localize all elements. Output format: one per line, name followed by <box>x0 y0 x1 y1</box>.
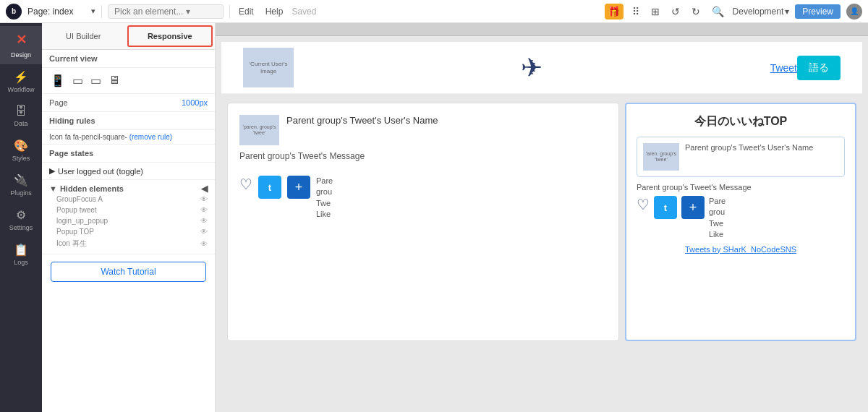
plane-icon: ✈ <box>521 53 542 83</box>
right-group-line1: Pare <box>709 197 726 205</box>
hidden-eye-icon-4[interactable]: 👁 <box>200 228 208 236</box>
icon-rule-label: Icon fa fa-pencil-square- <box>49 133 127 141</box>
sidebar-item-logs-label: Logs <box>14 259 28 266</box>
group-text-line3: Twe <box>316 199 331 207</box>
right-group-line4: Like <box>709 230 723 239</box>
hidden-el-popuptweet: Popup tweet <box>56 206 97 214</box>
user-image-label: 'Current User's Image <box>243 61 294 74</box>
columns-icon-button[interactable]: ⊞ <box>648 6 663 17</box>
sidebar-item-plugins[interactable]: 🔌 Plugins <box>0 168 42 202</box>
remove-rule-link[interactable]: (remove rule) <box>129 133 172 141</box>
panel-collapse-btn[interactable]: ◀ <box>201 184 208 194</box>
right-tweet-user-name: Parent group's Tweet's User's Name <box>685 143 813 152</box>
list-item: Popup TOP 👁 <box>49 226 208 237</box>
card-right-inner: 'aren. group's 'twee' Parent group's Twe… <box>637 137 845 177</box>
right-plus-icon: + <box>689 200 697 215</box>
development-button[interactable]: Development ▾ <box>733 7 790 17</box>
user-logged-toggle[interactable]: ▶ User logged out (toggle) <box>42 163 215 180</box>
right-add-button[interactable]: + <box>681 196 705 219</box>
tablet-landscape-icon[interactable]: ▭ <box>89 72 103 89</box>
tweet-link[interactable]: Tweet <box>770 62 797 74</box>
right-tweet-group-text: Pare grou Twe Like <box>709 196 726 241</box>
pick-element-selector[interactable]: Pick an element... ▾ <box>108 4 224 19</box>
styles-icon: 🎨 <box>14 139 28 153</box>
list-item: Popup tweet 👁 <box>49 205 208 215</box>
hidden-el-popuptop: Popup TOP <box>56 228 94 236</box>
sidebar-item-data[interactable]: 🗄 Data <box>0 99 42 133</box>
workflow-icon: ⚡ <box>14 70 28 84</box>
hidden-elements-label: Hidden elements <box>60 184 124 193</box>
panel-tabs: UI Builder Responsive <box>42 23 215 50</box>
card-inner-thumb: 'aren. group's 'twee' <box>643 143 679 171</box>
hidden-el-iconplay: Icon 再生 <box>56 239 87 249</box>
settings-icon: ⚙ <box>16 208 26 222</box>
hidden-eye-icon-2[interactable]: 👁 <box>200 206 208 214</box>
data-icon: 🗄 <box>15 105 27 118</box>
undo-button[interactable]: ↺ <box>668 6 683 17</box>
page-title: Page: index <box>27 7 85 17</box>
mobile-icon[interactable]: 📱 <box>49 72 67 89</box>
page-header: 'Current User's Image ✈ Tweet 語る <box>221 42 862 94</box>
preview-button[interactable]: Preview <box>795 4 841 19</box>
desktop-icon[interactable]: 🖥 <box>107 72 122 89</box>
sidebar-item-settings[interactable]: ⚙ Settings <box>0 202 42 237</box>
plus-icon: + <box>295 180 303 195</box>
sidebar-item-workflow[interactable]: ⚡ Workflow <box>0 64 42 99</box>
sidebar-item-styles[interactable]: 🎨 Styles <box>0 133 42 168</box>
right-like-icon[interactable]: ♡ <box>637 196 650 213</box>
tweet-user-name: Parent group's Tweet's User's Name <box>286 115 438 126</box>
page-states-title: Page states <box>42 145 215 163</box>
sidebar-item-design[interactable]: ✕ Design <box>0 26 42 64</box>
twitter-icon: t <box>268 182 271 193</box>
right-top-likes-card: 今日のいいねTOP 'aren. group's 'twee' Parent g… <box>625 103 856 341</box>
left-tweet-card: 'paren. group's 'twee' Parent group's Tw… <box>227 103 619 341</box>
hidden-el-groupfocus: GroupFocus A <box>56 195 103 203</box>
gift-button[interactable]: 🎁 <box>605 4 624 20</box>
hidden-elements-arrow: ▼ <box>49 184 57 193</box>
hidden-eye-icon-1[interactable]: 👁 <box>200 195 208 203</box>
hidden-el-loginpopup: login_up_popup <box>56 217 108 225</box>
icon-rule-row: Icon fa fa-pencil-square- (remove rule) <box>42 130 215 145</box>
search-button[interactable]: 🔍 <box>709 6 727 17</box>
list-item: Icon 再生 👁 <box>49 237 208 250</box>
card-right-title: 今日のいいねTOP <box>637 114 845 129</box>
list-item: login_up_popup 👁 <box>49 215 208 226</box>
sidebar-item-logs[interactable]: 📋 Logs <box>0 237 42 272</box>
topbar-separator-2 <box>229 5 230 18</box>
hidden-elements-section: ▼ Hidden elements ◀ GroupFocus A 👁 Popup… <box>42 180 215 254</box>
page-dropdown-button[interactable]: ▾ <box>91 7 95 16</box>
tweet-actions: ♡ t + Pare grou Twe Like <box>239 176 607 220</box>
header-user-image: 'Current User's Image <box>243 48 294 87</box>
right-twitter-share-button[interactable]: t <box>654 196 677 219</box>
help-button[interactable]: Help <box>263 7 286 17</box>
page-value[interactable]: 1000px <box>182 98 208 107</box>
tweet-message: Parent group's Tweet's Message <box>239 151 607 161</box>
like-icon[interactable]: ♡ <box>239 176 252 193</box>
right-twitter-icon: t <box>664 202 667 213</box>
sidebar-item-workflow-label: Workflow <box>8 86 35 93</box>
add-button[interactable]: + <box>287 176 310 199</box>
語る-button[interactable]: 語る <box>797 56 841 80</box>
grid-icon-button[interactable]: ⠿ <box>629 6 642 17</box>
ui-builder-tab[interactable]: UI Builder <box>42 23 125 49</box>
hiding-rules-title: Hiding rules <box>42 112 215 130</box>
plugins-icon: 🔌 <box>14 173 28 187</box>
main-layout: ✕ Design ⚡ Workflow 🗄 Data 🎨 Styles 🔌 Pl… <box>0 23 868 412</box>
responsive-tab[interactable]: Responsive <box>127 25 213 47</box>
page-main: 'paren. group's 'twee' Parent group's Tw… <box>221 94 862 350</box>
twitter-share-button[interactable]: t <box>258 176 281 199</box>
tweets-by-link[interactable]: Tweets by SHarK_NoCodeSNS <box>637 245 845 254</box>
redo-button[interactable]: ↻ <box>689 6 703 17</box>
hidden-eye-icon-3[interactable]: 👁 <box>200 217 208 225</box>
hidden-eye-icon-5[interactable]: 👁 <box>200 240 208 248</box>
sidebar-item-plugins-label: Plugins <box>10 189 32 197</box>
right-tweet-actions: ♡ t + Pare grou Twe Like <box>637 196 845 241</box>
watch-tutorial-button[interactable]: Watch Tutorial <box>51 262 206 282</box>
page-label: Page <box>49 98 68 107</box>
tablet-portrait-icon[interactable]: ▭ <box>71 72 85 89</box>
edit-button[interactable]: Edit <box>236 7 257 17</box>
app-logo: b <box>6 4 22 20</box>
canvas-content: 'Current User's Image ✈ Tweet 語る 'paren.… <box>216 36 868 412</box>
right-group-line2: grou <box>709 207 725 216</box>
close-icon: ✕ <box>16 32 27 48</box>
